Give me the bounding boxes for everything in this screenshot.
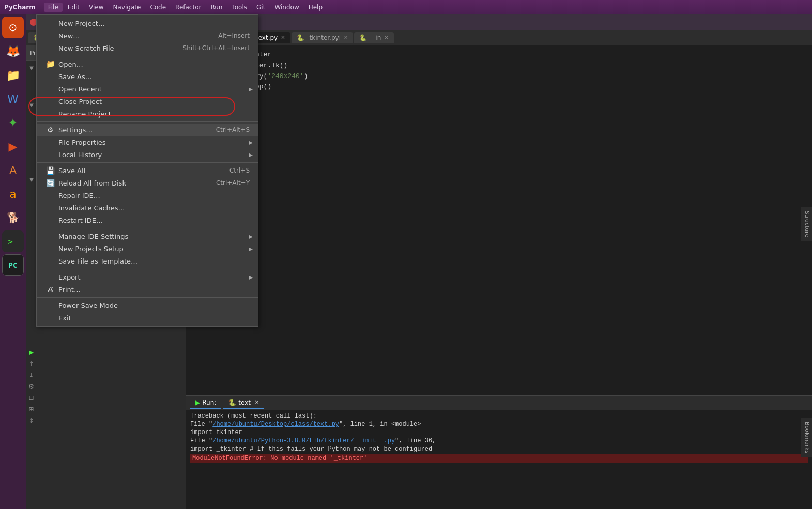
menu-tools[interactable]: Tools [227, 3, 251, 12]
print-icon: 🖨 [45, 285, 55, 294]
run-settings-btn[interactable]: ⚙ [26, 381, 37, 392]
menu-item-local-history[interactable]: Local History [37, 148, 258, 161]
run-up-btn[interactable]: ↑ [26, 359, 37, 369]
tab-icon: 🐍 [359, 34, 367, 41]
code-line-2: win = tkinter.Tk() [215, 60, 804, 71]
sidebar-icon-libreoffice-calc[interactable]: ✦ [2, 112, 24, 133]
bottom-tabs-bar: ▶ Run: 🐍 text ✕ [186, 396, 812, 410]
menu-item-rename-project[interactable]: Rename Project… [37, 107, 258, 120]
sidebar-icon-activity[interactable]: A [2, 159, 24, 181]
menu-item-reload[interactable]: 🔄 Reload All from Disk Ctrl+Alt+Y [37, 177, 258, 189]
settings-shortcut: Ctrl+Alt+S [216, 126, 250, 133]
separator-2 [37, 121, 258, 122]
code-editor[interactable]: 1 2 3 4 5 import tkinter win = tkinter.T… [186, 45, 812, 395]
new-shortcut: Alt+Insert [218, 32, 250, 39]
bookmarks-panel-label[interactable]: Bookmarks [801, 418, 812, 457]
sidebar-icon-ubuntu[interactable]: ⊙ [2, 17, 24, 38]
menu-item-save-as-label: Save As… [58, 73, 250, 81]
output-line-module-error: ModuleNotFoundError: No module named '_t… [190, 454, 808, 463]
sidebar-icon-gimp[interactable]: 🐕 [2, 207, 24, 228]
menu-item-restart-ide[interactable]: Restart IDE… [37, 214, 258, 226]
menu-item-open-recent-label: Open Recent [58, 85, 250, 93]
menu-item-power-save-mode[interactable]: Power Save Mode [37, 299, 258, 312]
menu-item-print[interactable]: 🖨 Print… [37, 283, 258, 296]
file-menu-dropdown: New Project… New… Alt+Insert New Scratch… [36, 14, 258, 327]
menu-item-new-scratch[interactable]: New Scratch File Shift+Ctrl+Alt+Insert [37, 42, 258, 54]
output-line-file2: File "/home/ubuntu/Python-3.8.0/Lib/tkin… [190, 437, 808, 444]
menu-refactor[interactable]: Refactor [171, 3, 205, 12]
separator-3 [37, 162, 258, 163]
sidebar-icon-firefox[interactable]: 🦊 [2, 40, 24, 62]
menu-item-settings[interactable]: ⚙ Settings… Ctrl+Alt+S [37, 124, 258, 136]
tab-close-tkinter-pyi[interactable]: ✕ [344, 35, 348, 40]
run-output: Traceback (most recent call last): File … [186, 410, 812, 509]
menu-item-manage-ide-settings[interactable]: Manage IDE Settings [37, 230, 258, 242]
menu-help[interactable]: Help [304, 3, 327, 12]
menu-item-restart-ide-label: Restart IDE… [58, 217, 250, 224]
menu-view[interactable]: View [85, 3, 108, 12]
save-all-shortcut: Ctrl+S [229, 167, 250, 174]
titlebar: PyCharm File Edit View Navigate Code Ref… [0, 0, 812, 14]
separator-5 [37, 269, 258, 269]
menu-item-new-projects-setup-label: New Projects Setup [58, 245, 250, 253]
run-down-btn[interactable]: ↓ [26, 370, 37, 380]
run-play-btn[interactable]: ▶ [26, 347, 37, 358]
menu-item-new-projects-setup[interactable]: New Projects Setup [37, 242, 258, 255]
menu-item-new-label: New… [58, 32, 210, 40]
text-tab-close[interactable]: ✕ [255, 399, 259, 405]
structure-panel-label[interactable]: Structure [801, 207, 812, 241]
menu-git[interactable]: Git [252, 3, 269, 12]
run-tab-label: Run: [202, 399, 216, 406]
app-title: PyCharm [4, 4, 36, 11]
bottom-left-toolbar: ▶ ↑ ↓ ⚙ ⊟ ⊞ ↕ [26, 345, 37, 428]
menu-item-power-save-label: Power Save Mode [58, 302, 250, 310]
menu-item-export-label: Export [58, 273, 250, 281]
sidebar-icon-files[interactable]: 📁 [2, 64, 24, 86]
tab-close-text-py[interactable]: ✕ [281, 35, 285, 40]
sidebar-icon-libreoffice-impress[interactable]: ▶ [2, 135, 24, 157]
menu-edit[interactable]: Edit [64, 3, 84, 12]
menu-item-save-as[interactable]: Save As… [37, 70, 258, 83]
open-icon: 📁 [45, 60, 55, 68]
menu-item-open-recent[interactable]: Open Recent [37, 83, 258, 95]
menu-item-close-project-label: Close Project [58, 98, 250, 105]
menu-run[interactable]: Run [206, 3, 226, 12]
menu-item-close-project[interactable]: Close Project [37, 95, 258, 107]
menu-item-invalidate-caches[interactable]: Invalidate Caches… [37, 202, 258, 214]
menu-item-exit[interactable]: Exit [37, 312, 258, 324]
menu-item-save-as-template[interactable]: Save File as Template… [37, 255, 258, 267]
menu-item-file-properties[interactable]: File Properties [37, 136, 258, 148]
menu-item-export[interactable]: Export [37, 271, 258, 283]
tab-close-in[interactable]: ✕ [384, 35, 388, 40]
bottom-tab-text[interactable]: 🐍 text ✕ [223, 397, 264, 409]
bottom-tab-run[interactable]: ▶ Run: [190, 397, 221, 409]
text-tab-icon: 🐍 [228, 399, 236, 406]
sidebar-icon-terminal[interactable]: >_ [2, 230, 24, 252]
menu-code[interactable]: Code [146, 3, 170, 12]
sidebar-icon-pycharm[interactable]: PC [2, 254, 24, 276]
menu-item-open[interactable]: 📁 Open… [37, 58, 258, 70]
output-line-file1: File "/home/ubuntu/Desktop/class/text.py… [190, 421, 808, 428]
run-filter-btn[interactable]: ⊟ [26, 393, 37, 403]
menu-window[interactable]: Window [270, 3, 303, 12]
menu-file[interactable]: File [44, 3, 63, 12]
run-clear-btn[interactable]: ⊞ [26, 404, 37, 414]
separator-1 [37, 56, 258, 56]
menu-item-repair-ide[interactable]: Repair IDE… [37, 189, 258, 202]
tree-arrow-root: ▼ [28, 65, 35, 71]
run-scroll-btn[interactable]: ↕ [26, 415, 37, 426]
menu-item-new-project[interactable]: New Project… [37, 17, 258, 29]
menu-item-new[interactable]: New… Alt+Insert [37, 29, 258, 42]
editor-tab-in[interactable]: 🐍 __in ✕ [354, 32, 393, 43]
editor-area: 1 2 3 4 5 import tkinter win = tkinter.T… [186, 45, 812, 509]
sidebar-icon-libreoffice-writer[interactable]: W [2, 88, 24, 110]
editor-tab-tkinter-pyi[interactable]: 🐍 _tkinter.pyi ✕ [292, 32, 354, 43]
code-line-3: win.geometry('240x240') [215, 71, 804, 82]
reload-shortcut: Ctrl+Alt+Y [216, 179, 250, 187]
code-content[interactable]: import tkinter win = tkinter.Tk() win.ge… [207, 45, 812, 395]
menu-item-exit-label: Exit [58, 314, 250, 322]
separator-4 [37, 228, 258, 228]
sidebar-icon-amazon[interactable]: a [2, 183, 24, 205]
menu-item-save-all[interactable]: 💾 Save All Ctrl+S [37, 164, 258, 177]
menu-navigate[interactable]: Navigate [109, 3, 145, 12]
